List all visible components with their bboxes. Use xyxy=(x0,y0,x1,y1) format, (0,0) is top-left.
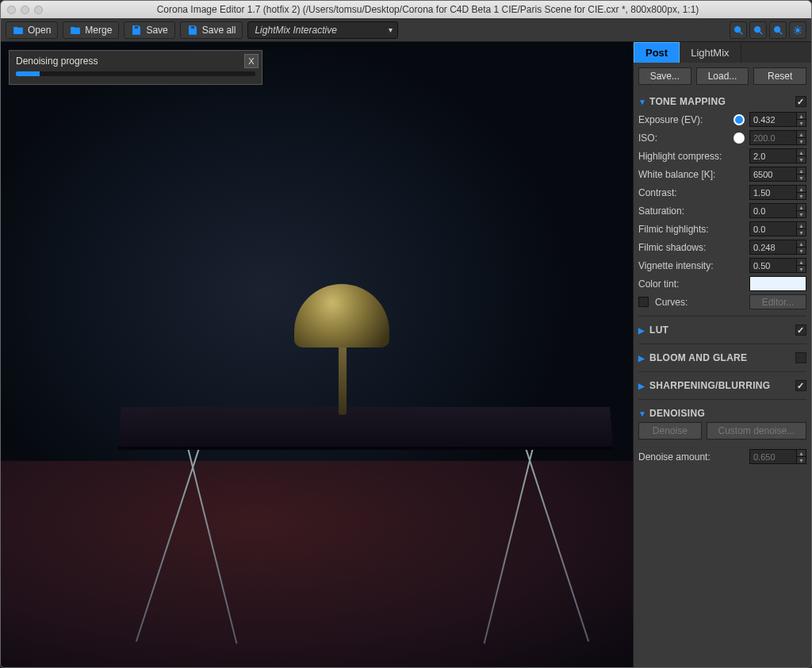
titlebar: Corona Image Editor 1.7 (hotfix 2) (/Use… xyxy=(1,1,811,18)
save-all-button[interactable]: Save all xyxy=(180,21,243,39)
section-bloom[interactable]: ▶BLOOM AND GLARE xyxy=(638,349,806,367)
svg-line-1 xyxy=(740,31,743,34)
gear-icon xyxy=(792,25,803,36)
post-panel: Post LightMix Save... Load... Reset ▼ TO… xyxy=(633,42,811,667)
color-tint-label: Color tint: xyxy=(638,278,746,290)
filmic-shadows-label: Filmic shadows: xyxy=(638,242,746,253)
spinner-down-icon[interactable]: ▼ xyxy=(796,120,806,126)
curves-editor-button[interactable]: Editor... xyxy=(749,294,806,309)
spinner-up-icon[interactable]: ▲ xyxy=(796,113,806,120)
zoom-fit-button[interactable] xyxy=(769,21,787,39)
folder-merge-icon xyxy=(70,25,81,36)
triangle-down-icon: ▼ xyxy=(638,409,649,418)
iso-label: ISO: xyxy=(638,132,730,144)
exposure-label: Exposure (EV): xyxy=(638,114,730,125)
highlight-compress-input[interactable]: 2.0▲▼ xyxy=(749,148,806,163)
section-title: BLOOM AND GLARE xyxy=(649,352,747,363)
svg-line-5 xyxy=(760,31,763,34)
main-toolbar: Open Merge Save Save all LightMix Intera… xyxy=(1,18,811,42)
section-title: SHARPENING/BLURRING xyxy=(649,380,770,391)
highlight-compress-label: Highlight compress: xyxy=(638,151,746,162)
progress-label: Denoising progress xyxy=(16,56,98,67)
merge-button[interactable]: Merge xyxy=(63,21,119,39)
section-denoising[interactable]: ▼DENOISING xyxy=(638,405,806,422)
floppy-save-all-icon xyxy=(187,25,198,36)
simple-exposure-radio[interactable] xyxy=(733,114,745,125)
curves-label: Curves: xyxy=(655,297,746,308)
zoom-in-icon xyxy=(733,25,744,36)
app-window: Corona Image Editor 1.7 (hotfix 2) (/Use… xyxy=(0,0,812,668)
save-label: Save xyxy=(146,25,167,36)
custom-denoise-button[interactable]: Custom denoise... xyxy=(707,422,806,440)
floppy-save-icon xyxy=(131,25,142,36)
bloom-enable-checkbox[interactable] xyxy=(795,352,806,363)
sharpening-enable-checkbox[interactable]: ✓ xyxy=(795,380,806,391)
progress-overlay: Denoising progress X xyxy=(9,50,262,85)
panel-save-button[interactable]: Save... xyxy=(638,67,691,85)
saturation-label: Saturation: xyxy=(638,205,746,217)
progress-fill xyxy=(16,71,40,76)
section-title: LUT xyxy=(649,324,668,336)
section-tone-mapping[interactable]: ▼ TONE MAPPING ✓ xyxy=(638,93,806,110)
color-tint-swatch[interactable] xyxy=(749,276,806,291)
scene-lamp-shade xyxy=(294,284,389,347)
open-label: Open xyxy=(28,25,51,36)
denoise-amount-input[interactable]: 0.650▲▼ xyxy=(749,449,806,464)
white-balance-input[interactable]: 6500▲▼ xyxy=(749,167,806,182)
vignette-label: Vignette intensity: xyxy=(638,260,746,271)
filmic-shadows-input[interactable]: 0.248▲▼ xyxy=(749,240,806,255)
save-all-label: Save all xyxy=(202,25,236,36)
exposure-input[interactable]: 0.432▲▼ xyxy=(749,112,806,127)
zoom-in-button[interactable] xyxy=(730,21,747,39)
svg-line-8 xyxy=(779,31,783,34)
svg-point-9 xyxy=(796,29,799,32)
scene-lamp-stem xyxy=(339,340,347,415)
contrast-label: Contrast: xyxy=(638,187,746,198)
section-lut[interactable]: ▶LUT✓ xyxy=(638,321,806,339)
traffic-light-zoom[interactable] xyxy=(34,6,43,14)
tab-post[interactable]: Post xyxy=(634,42,680,63)
white-balance-label: White balance [K]: xyxy=(638,169,746,180)
lut-enable-checkbox[interactable]: ✓ xyxy=(795,324,806,336)
open-button[interactable]: Open xyxy=(6,21,58,39)
progress-close-button[interactable]: X xyxy=(244,54,259,68)
render-element-dropdown[interactable]: LightMix Interactive xyxy=(247,21,398,39)
iso-input[interactable]: 200.0▲▼ xyxy=(749,130,806,145)
contrast-input[interactable]: 1.50▲▼ xyxy=(749,185,806,200)
render-viewport[interactable]: Denoising progress X xyxy=(1,42,633,667)
photographic-exposure-radio[interactable] xyxy=(733,132,745,144)
section-title: TONE MAPPING xyxy=(649,96,726,107)
curves-checkbox[interactable] xyxy=(638,297,649,307)
filmic-highlights-input[interactable]: 0.0▲▼ xyxy=(749,221,806,236)
panel-load-button[interactable]: Load... xyxy=(696,67,749,85)
section-title: DENOISING xyxy=(649,408,705,419)
denoise-button[interactable]: Denoise xyxy=(638,422,702,440)
triangle-right-icon: ▶ xyxy=(638,382,649,390)
tab-lightmix[interactable]: LightMix xyxy=(680,42,741,63)
zoom-out-button[interactable] xyxy=(749,21,767,39)
window-title: Corona Image Editor 1.7 (hotfix 2) (/Use… xyxy=(51,4,805,15)
saturation-input[interactable]: 0.0▲▼ xyxy=(749,203,806,218)
merge-label: Merge xyxy=(85,25,112,36)
dropdown-value: LightMix Interactive xyxy=(255,25,336,36)
denoise-amount-label: Denoise amount: xyxy=(638,451,746,463)
panel-tabs: Post LightMix xyxy=(634,42,811,63)
traffic-light-close[interactable] xyxy=(7,6,16,14)
zoom-out-icon xyxy=(753,25,764,36)
triangle-right-icon: ▶ xyxy=(638,354,649,363)
scene-table-top xyxy=(118,407,613,447)
triangle-down-icon: ▼ xyxy=(638,98,649,106)
settings-button[interactable] xyxy=(789,21,806,39)
svg-point-7 xyxy=(775,26,780,32)
vignette-input[interactable]: 0.50▲▼ xyxy=(749,258,806,273)
tone-mapping-enable-checkbox[interactable]: ✓ xyxy=(795,96,806,107)
section-sharpening[interactable]: ▶SHARPENING/BLURRING✓ xyxy=(638,377,806,394)
triangle-right-icon: ▶ xyxy=(638,326,649,335)
traffic-light-minimize[interactable] xyxy=(21,6,29,14)
folder-open-icon xyxy=(13,25,24,36)
filmic-highlights-label: Filmic highlights: xyxy=(638,224,746,235)
save-button[interactable]: Save xyxy=(124,21,174,39)
zoom-fit-icon xyxy=(772,25,783,36)
progress-track xyxy=(16,71,255,76)
panel-reset-button[interactable]: Reset xyxy=(753,67,806,85)
